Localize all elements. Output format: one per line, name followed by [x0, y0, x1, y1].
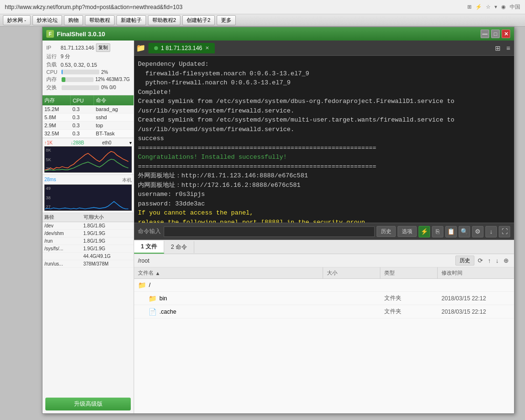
process-table-container: 内存 CPU 命令 15.2M 0.3 barad_ag 5.8M 0.3 ss…: [42, 95, 134, 138]
bolt-icon: ⚡: [475, 4, 482, 10]
file-row-bin[interactable]: 📁 bin 文件夹 2018/03/15 22:12: [134, 292, 514, 305]
terminal-line: password: 33dde3ac: [138, 199, 510, 209]
taskbar-item-5[interactable]: 帮助教程2: [148, 15, 180, 25]
ping-section: 28ms 本机 49 38 27: [42, 174, 134, 213]
finalshell-window: F FinalShell 3.0.10 — □ ✕ IP 81.71.123.1…: [42, 27, 514, 414]
upgrade-button[interactable]: 升级高级版: [45, 398, 131, 410]
process-row: 5.8M 0.3 sshd: [42, 113, 134, 122]
file-type-root: [380, 283, 438, 287]
copy-icon[interactable]: ⎘: [432, 226, 443, 237]
process-row: 15.2M 0.3 barad_ag: [42, 105, 134, 113]
terminal-line: Congratulations! Installed successfully!: [138, 153, 510, 162]
terminal-line: ========================================…: [138, 143, 510, 153]
chart-label-2k: 2K: [46, 166, 51, 171]
file-date-root: [438, 283, 514, 287]
disk-row: 44.4G/49.1G: [42, 253, 134, 260]
file-date-cache: 2018/03/15 22:12: [438, 306, 514, 318]
tab-label: 1 81.71.123.146: [161, 45, 202, 51]
network-chart: 8K 5K 2K: [44, 146, 132, 173]
options-button[interactable]: 选项: [398, 226, 417, 237]
file-name-bin: 📁 bin: [134, 292, 323, 305]
proc-header-mem: 内存: [42, 95, 71, 105]
taskbar-item-6[interactable]: 创建帖子2: [182, 15, 215, 25]
taskbar-item-3[interactable]: 帮助教程: [85, 15, 115, 25]
refresh-icon[interactable]: ⟳: [476, 256, 484, 265]
ping-label-49: 49: [46, 186, 51, 191]
terminal-line: Created symlink from /etc/systemd/system…: [138, 115, 510, 125]
fullscreen-icon[interactable]: ⛶: [499, 226, 510, 237]
file-size-cache: [323, 309, 380, 314]
file-name-cache: 📄 .cache: [134, 306, 323, 318]
upload-icon[interactable]: ↑: [486, 256, 493, 265]
proc-cpu: 0.3: [71, 122, 94, 130]
runtime-label: 运行: [46, 53, 61, 60]
window-titlebar: F FinalShell 3.0.10 — □ ✕: [42, 27, 514, 41]
mem-track: [62, 77, 94, 82]
ip-row: IP 81.71.123.146 复制: [46, 43, 130, 52]
lightning-icon[interactable]: ⚡: [419, 226, 430, 237]
chevron-icon: ▾: [494, 4, 497, 10]
proc-mem: 5.8M: [42, 113, 71, 122]
terminal-line: If you cannot access the panel,: [138, 208, 510, 218]
taskbar-item-2[interactable]: 购物: [64, 15, 83, 25]
server-info: IP 81.71.123.146 复制 运行 9 分 负载 0.53, 0.32…: [42, 41, 134, 95]
list-view-icon[interactable]: ≡: [504, 43, 512, 53]
history-button[interactable]: 历史: [377, 226, 396, 237]
close-button[interactable]: ✕: [502, 30, 510, 38]
ping-stats: 28ms 本机: [44, 177, 132, 184]
disk-row: /sys/fs/... 1.9G/1.9G: [42, 245, 134, 253]
terminal-line: /usr/lib/systemd/system/firewalld.servic…: [138, 125, 510, 134]
file-name-text-bin: bin: [159, 295, 167, 302]
download-file-icon[interactable]: ↓: [494, 256, 501, 265]
taskbar-item-4[interactable]: 新建帖子: [116, 15, 146, 25]
paste-icon[interactable]: 📋: [445, 226, 457, 237]
grid-view-icon[interactable]: ⊞: [493, 43, 503, 53]
gear-icon[interactable]: ⚙: [472, 226, 483, 237]
ping-chart: 49 38 27: [44, 184, 132, 211]
chart-labels: 8K 5K 2K: [46, 147, 51, 172]
cpu-bar-row: CPU 2%: [46, 69, 130, 75]
terminal-line: Complete!: [138, 88, 510, 97]
download-icon[interactable]: ↓: [485, 226, 497, 237]
taskbar-item-home[interactable]: 妙米网 -: [3, 15, 31, 25]
disk-path: /dev: [42, 222, 82, 230]
maximize-button[interactable]: □: [491, 30, 500, 38]
terminal-tab[interactable]: 1 81.71.123.146 ✕: [148, 43, 215, 53]
commands-tab[interactable]: 2 命令: [164, 241, 194, 253]
taskbar-item-1[interactable]: 炒米论坛: [32, 15, 62, 25]
search-icon[interactable]: 🔍: [459, 226, 470, 237]
ping-label-38: 38: [46, 195, 51, 200]
runtime-row: 运行 9 分: [46, 53, 130, 60]
load-row: 负载 0.53, 0.32, 0.15: [46, 61, 130, 68]
new-folder-icon[interactable]: ⊕: [502, 256, 510, 265]
app-icon: F: [46, 30, 54, 38]
tab-close-button[interactable]: ✕: [205, 45, 209, 51]
star-icon: ☆: [486, 4, 491, 10]
cpu-track: [62, 70, 99, 74]
files-tab[interactable]: 1 文件: [134, 241, 164, 254]
net-upload: ↑1K: [44, 140, 52, 145]
terminal-line: username: r0s3ipjs: [138, 190, 510, 199]
process-row: 32.5M 0.3 BT-Task: [42, 130, 134, 138]
terminal-output[interactable]: Dependency Updated: firewalld-filesystem…: [134, 56, 514, 223]
current-path: /root: [138, 257, 453, 264]
disk-avail: 44.4G/49.1G: [82, 253, 134, 260]
ping-label-27: 27: [46, 205, 51, 209]
taskbar-item-more[interactable]: 更多: [217, 15, 236, 25]
file-history-button[interactable]: 历史: [455, 256, 474, 266]
mem-label: 内存: [46, 76, 60, 83]
file-row-root[interactable]: 📁 /: [134, 279, 514, 292]
copy-ip-button[interactable]: 复制: [96, 43, 110, 52]
file-row-cache[interactable]: 📄 .cache 文件夹 2018/03/15 22:12: [134, 305, 514, 318]
process-table: 内存 CPU 命令 15.2M 0.3 barad_ag 5.8M 0.3 ss…: [42, 95, 134, 138]
tab-bar: 📁 1 81.71.123.146 ✕ ⊞ ≡: [134, 41, 514, 56]
terminal-line: python-firewall.noarch 0:0.6.3-13.el7_9: [138, 78, 510, 88]
folder-icon[interactable]: 📁: [136, 43, 146, 52]
ip-label: IP: [46, 45, 61, 51]
ping-ms: 28ms: [44, 177, 56, 184]
circle-icon: ◉: [501, 4, 506, 10]
terminal-line: success: [138, 134, 510, 143]
minimize-button[interactable]: —: [481, 30, 489, 38]
disk-avail: 378M/378M: [82, 260, 134, 268]
command-input-field[interactable]: [164, 226, 375, 237]
